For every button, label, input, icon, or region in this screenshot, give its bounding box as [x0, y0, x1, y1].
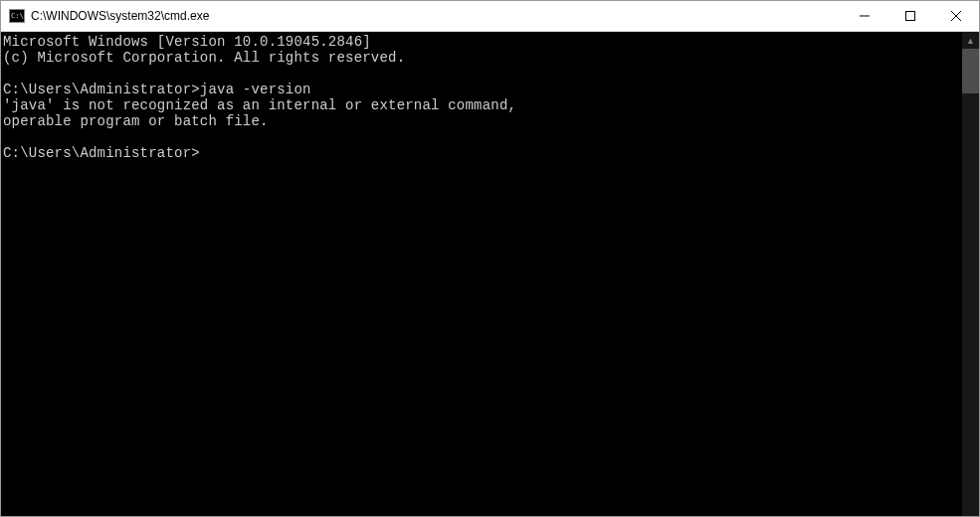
maximize-icon [905, 11, 915, 21]
banner-line: Microsoft Windows [Version 10.0.19045.28… [3, 34, 371, 50]
command-text: java -version [200, 82, 311, 97]
scroll-up-arrow-icon[interactable]: ▲ [962, 32, 979, 49]
maximize-button[interactable] [887, 1, 933, 31]
scroll-thumb[interactable] [962, 49, 979, 93]
prompt: C:\Users\Administrator> [3, 145, 200, 161]
window-controls [842, 1, 979, 31]
svg-rect-1 [906, 12, 915, 21]
cmd-window: C:\ C:\WINDOWS\system32\cmd.exe [0, 0, 980, 517]
error-line: 'java' is not recognized as an internal … [3, 97, 516, 113]
prompt: C:\Users\Administrator> [3, 82, 200, 97]
terminal-area: Microsoft Windows [Version 10.0.19045.28… [1, 32, 979, 516]
minimize-icon [860, 11, 870, 21]
cmd-icon: C:\ [9, 9, 25, 23]
error-line: operable program or batch file. [3, 113, 269, 129]
terminal-output[interactable]: Microsoft Windows [Version 10.0.19045.28… [1, 32, 962, 516]
vertical-scrollbar[interactable]: ▲ [962, 32, 979, 516]
close-button[interactable] [933, 1, 979, 31]
minimize-button[interactable] [842, 1, 887, 31]
titlebar[interactable]: C:\ C:\WINDOWS\system32\cmd.exe [1, 1, 979, 32]
app-icon: C:\ [9, 8, 25, 24]
window-title: C:\WINDOWS\system32\cmd.exe [31, 9, 842, 23]
close-icon [951, 11, 961, 21]
banner-line: (c) Microsoft Corporation. All rights re… [3, 50, 405, 66]
